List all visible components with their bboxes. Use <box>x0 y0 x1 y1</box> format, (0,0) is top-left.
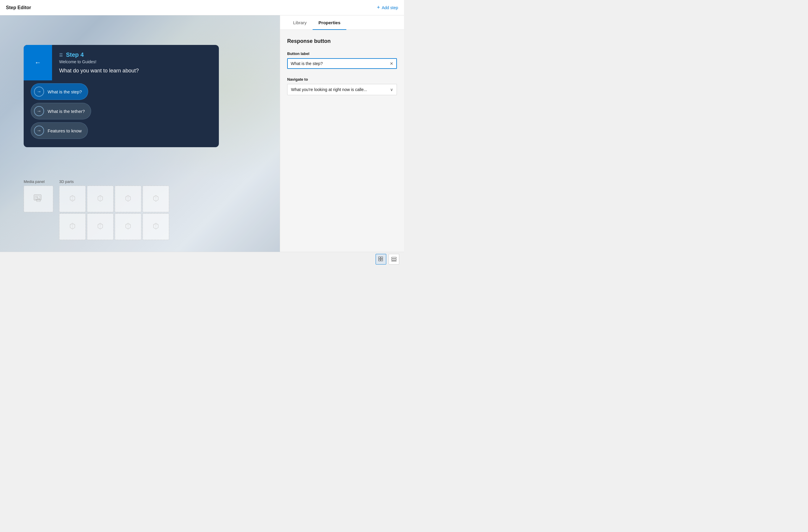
svg-rect-9 <box>381 259 383 261</box>
button-label-input[interactable] <box>291 61 390 66</box>
navigate-to-select[interactable]: What you're looking at right now is call… <box>287 84 397 95</box>
clear-input-button[interactable]: ✕ <box>390 61 393 66</box>
step-info: ☰ Step 4 Welcome to Guides! What do you … <box>52 45 219 80</box>
button-label-field-label: Button label <box>287 52 397 56</box>
part-cube-icon <box>69 195 76 203</box>
page-title: Step Editor <box>6 5 31 10</box>
button-label-input-wrapper: ✕ <box>287 58 397 69</box>
navigate-to-label: Navigate to <box>287 77 397 81</box>
part-cube-icon-4 <box>152 195 160 203</box>
chevron-down-icon: ∨ <box>390 87 393 92</box>
tab-properties[interactable]: Properties <box>313 15 346 30</box>
step-meta: ☰ Step 4 <box>59 52 212 58</box>
step-card-header: ← ☰ Step 4 Welcome to Guides! What do yo… <box>24 45 219 80</box>
part-slot-3[interactable] <box>115 186 141 212</box>
response-arrow-circle-1: → <box>34 87 44 97</box>
list-view-button[interactable] <box>389 254 399 265</box>
response-button-3[interactable]: → Features to know <box>31 122 88 139</box>
part-slot-7[interactable] <box>115 213 141 240</box>
add-step-button[interactable]: + Add step <box>377 4 398 11</box>
navigate-to-value: What you're looking at right now is call… <box>291 87 390 92</box>
part-slot-1[interactable] <box>59 186 86 212</box>
part-slot-2[interactable] <box>87 186 114 212</box>
parts-grid <box>59 186 169 240</box>
response-button-1[interactable]: → What is the step? <box>31 83 88 100</box>
part-slot-8[interactable] <box>143 213 169 240</box>
media-placeholder-icon <box>34 194 43 204</box>
plus-icon: + <box>377 4 380 11</box>
response-arrow-circle-3: → <box>34 126 44 136</box>
step-subtitle: Welcome to Guides! <box>59 59 212 64</box>
list-view-icon <box>391 256 397 262</box>
step-question: What do you want to learn about? <box>59 68 212 74</box>
step-card-body: → What is the step? → What is the tether… <box>24 80 219 147</box>
svg-line-3 <box>38 198 39 199</box>
part-cube-icon-7 <box>125 223 132 231</box>
parts-panel-section: 3D parts <box>59 179 169 240</box>
svg-rect-12 <box>391 261 396 261</box>
part-cube-icon-6 <box>97 223 104 231</box>
part-cube-icon-3 <box>125 195 132 203</box>
media-slot-1[interactable] <box>24 186 53 212</box>
response-button-2[interactable]: → What is the tether? <box>31 103 91 119</box>
grid-view-button[interactable] <box>375 254 386 265</box>
step-card: ← ☰ Step 4 Welcome to Guides! What do yo… <box>24 45 219 147</box>
grid-view-icon <box>378 256 384 262</box>
response-arrow-circle-2: → <box>34 106 44 116</box>
panel-section-title: Response button <box>287 38 397 44</box>
step-number: Step 4 <box>66 52 84 58</box>
part-slot-4[interactable] <box>143 186 169 212</box>
bottom-bar <box>0 252 404 266</box>
back-button[interactable]: ← <box>24 45 52 80</box>
svg-rect-7 <box>381 257 383 259</box>
step-canvas: ← ☰ Step 4 Welcome to Guides! What do yo… <box>0 15 280 252</box>
panel-tabs: Library Properties <box>280 15 404 30</box>
button-label-group: Button label ✕ <box>287 52 397 69</box>
part-cube-icon-2 <box>97 195 104 203</box>
panel-content: Response button Button label ✕ Navigate … <box>280 30 404 252</box>
media-panel-grid <box>24 186 53 212</box>
svg-point-4 <box>36 196 38 198</box>
part-cube-icon-8 <box>152 223 160 231</box>
response-label-3: Features to know <box>48 128 81 133</box>
part-cube-icon-5 <box>69 223 76 231</box>
part-slot-5[interactable] <box>59 213 86 240</box>
tab-library[interactable]: Library <box>287 15 313 30</box>
response-label-2: What is the tether? <box>48 109 85 114</box>
back-arrow-icon: ← <box>35 59 41 66</box>
svg-rect-10 <box>391 257 396 258</box>
step-list-icon: ☰ <box>59 53 63 57</box>
svg-rect-8 <box>379 259 380 261</box>
response-label-1: What is the step? <box>48 89 82 94</box>
main-area: ← ☰ Step 4 Welcome to Guides! What do yo… <box>0 15 404 252</box>
media-panel-label: Media panel <box>24 179 53 184</box>
part-slot-6[interactable] <box>87 213 114 240</box>
top-bar: Step Editor + Add step <box>0 0 404 15</box>
right-panel: Library Properties Response button Butto… <box>280 15 404 252</box>
bottom-panels: Media panel <box>24 179 268 240</box>
svg-rect-6 <box>379 257 380 259</box>
navigate-to-group: Navigate to What you're looking at right… <box>287 77 397 95</box>
parts-panel-label: 3D parts <box>59 179 169 184</box>
media-panel-section: Media panel <box>24 179 53 240</box>
svg-rect-11 <box>391 259 396 260</box>
